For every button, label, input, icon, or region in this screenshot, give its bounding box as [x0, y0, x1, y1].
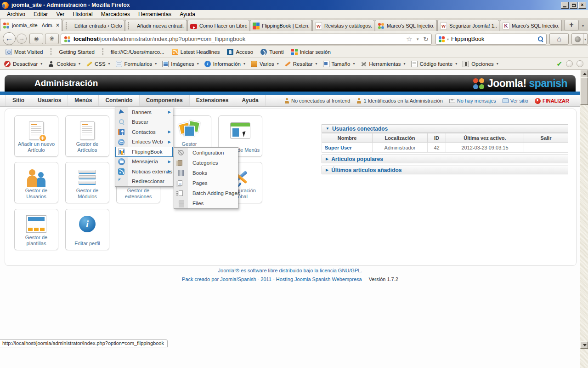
bookmark-star-icon[interactable]: ☆: [406, 35, 412, 43]
tab-anadir-entrada[interactable]: Añadir nueva entrad...: [125, 20, 187, 31]
search-engine-dropdown-icon[interactable]: ▾: [447, 37, 449, 41]
joomla-logo-icon: [473, 78, 485, 90]
quickicon-add-article[interactable]: + Añadir un nuevo Artículo: [14, 115, 58, 157]
submenu-item-categories[interactable]: Categories: [174, 158, 238, 168]
bookmark-getting-started[interactable]: Getting Started: [47, 48, 97, 56]
submenu-item-files[interactable]: Files: [174, 198, 238, 208]
bookmark-acceso[interactable]: Acceso: [224, 48, 256, 56]
footer-license-link[interactable]: Joomla!® es software libre distribuido b…: [0, 268, 580, 273]
admin-menu-componentes[interactable]: Componentes: [140, 95, 190, 106]
reload-icon[interactable]: ↻: [423, 35, 429, 43]
tab-sql-injection[interactable]: Marco's SQL Injectio...: [375, 20, 437, 31]
devbar-codigo-fuente[interactable]: Código fuente: [409, 60, 461, 68]
bookmark-iniciar-sesion[interactable]: Iniciar sesión: [288, 48, 334, 56]
scroll-up-icon[interactable]: [580, 70, 588, 77]
url-dropdown-icon[interactable]: ▼: [416, 37, 419, 41]
quickicon-module-manager[interactable]: Gestor de Módulos: [65, 162, 109, 203]
search-bar[interactable]: ▾ FlippingBook: [435, 34, 547, 45]
admin-menu-extensiones[interactable]: Extensiones: [190, 95, 236, 106]
vertical-scrollbar[interactable]: [580, 70, 588, 368]
restore-button[interactable]: [570, 2, 577, 9]
tab-revistas[interactable]: w Revistas y catálogos...: [312, 20, 374, 31]
bookmark-most-visited[interactable]: Most Visited: [3, 48, 45, 56]
menu-item-noticias-externas[interactable]: Noticias externas▶: [115, 167, 173, 177]
quickicon-article-manager[interactable]: Gestor de Artículos: [65, 115, 109, 157]
menu-marcadores[interactable]: Marcadores: [97, 11, 134, 18]
menu-item-contactos[interactable]: Contactos▶: [115, 127, 173, 137]
tab-close-icon[interactable]: ×: [56, 23, 59, 28]
menu-editar[interactable]: Editar: [29, 11, 52, 18]
menu-historial[interactable]: Historial: [68, 11, 96, 18]
firefox-icon: [2, 2, 9, 9]
admin-menu-usuarios[interactable]: Usuarios: [31, 95, 68, 106]
devbar-cookies[interactable]: Cookies: [45, 60, 84, 68]
bookmark-file-local[interactable]: file:///C:/Users/marco...: [99, 48, 167, 56]
search-icon[interactable]: [538, 36, 543, 42]
devbar-informacion[interactable]: Información: [202, 60, 249, 68]
bug-addon-dropdown-icon[interactable]: ▾: [583, 33, 588, 45]
logout-link[interactable]: FINALIZAR: [535, 98, 569, 104]
tab-segurizar[interactable]: w Segurizar Joomla! 1....: [437, 20, 499, 31]
view-site-link[interactable]: Ver sitio: [503, 98, 528, 104]
devbar-varios[interactable]: Varios: [249, 60, 282, 68]
devbar-herramientas[interactable]: Herramientas: [358, 60, 409, 68]
devbar-desactivar[interactable]: Desactivar: [2, 60, 45, 68]
menu-item-redireccionar[interactable]: Redireccionar: [115, 177, 173, 187]
panel-latest-articles[interactable]: ▶ Últimos artículos añadidos: [322, 166, 568, 174]
devbar-resaltar[interactable]: Resaltar: [282, 60, 321, 68]
panel-connected-users[interactable]: ▼ Usuarios conectados: [322, 124, 568, 133]
admin-menu-contenido[interactable]: Contenido: [99, 95, 139, 106]
scroll-down-icon[interactable]: [580, 341, 588, 349]
devbar-imagenes[interactable]: Imágenes: [160, 60, 202, 68]
panel-popular-articles[interactable]: ▶ Artículos populares: [322, 155, 568, 163]
tab-flippingbook[interactable]: FlippingBook | Exten...: [250, 20, 312, 31]
list-tabs-icon[interactable]: ▾: [580, 22, 586, 29]
forward-button[interactable]: →: [17, 34, 27, 44]
admin-menu-menus[interactable]: Menús: [68, 95, 99, 106]
user-link[interactable]: Super User: [322, 143, 373, 153]
back-button[interactable]: ←: [3, 32, 16, 45]
admin-menu-sitio[interactable]: Sitio: [6, 95, 31, 106]
home-button[interactable]: ⌂: [549, 33, 569, 45]
devbar-css[interactable]: CSS: [84, 60, 113, 68]
submenu-item-books[interactable]: Books: [174, 168, 238, 178]
devbar-opciones[interactable]: Opciones: [460, 60, 502, 68]
webdev-toolbar: Desactivar Cookies CSS Formularios Imáge…: [0, 58, 588, 70]
submenu-item-configuration[interactable]: Configuration: [174, 148, 238, 158]
scrollbar-thumb[interactable]: [580, 77, 588, 105]
devbar-tamano[interactable]: Tamaño: [321, 60, 358, 68]
menu-item-banners[interactable]: Banners▶: [115, 107, 173, 117]
menu-item-mensajeria[interactable]: Mensajería▶: [115, 157, 173, 167]
bug-addon-button[interactable]: [571, 33, 583, 45]
search-input[interactable]: FlippingBook: [451, 36, 536, 42]
new-tab-button[interactable]: +: [564, 20, 579, 30]
minimize-button[interactable]: [561, 2, 569, 9]
tab-editar-entrada[interactable]: Editar entrada ‹ Ciclo...: [62, 20, 124, 31]
menu-item-enlaces-web[interactable]: Enlaces Web▶: [115, 137, 173, 147]
menu-herramientas[interactable]: Herramientas: [134, 11, 175, 18]
admin-menu-ayuda[interactable]: Ayuda: [235, 95, 265, 106]
menu-archivo[interactable]: Archivo: [3, 11, 29, 18]
bookmark-latest-headlines[interactable]: Latest Headlines: [169, 48, 223, 56]
tab-youtube[interactable]: Como Hacer un Libro...: [187, 20, 249, 31]
submenu-item-pages[interactable]: Pages: [174, 178, 238, 188]
submenu-item-batch-adding-pages[interactable]: Batch Adding Pages: [174, 188, 238, 198]
tab-sql-injection-2[interactable]: K Marco's SQL Iniectio...: [500, 20, 562, 31]
url-text[interactable]: localhost/joomla/administrator/index.php…: [74, 36, 403, 42]
tab-joomla-site[interactable]: joomla_site - Adm... ×: [0, 19, 62, 31]
quickicon-user-manager[interactable]: Gestor de Usuarios: [14, 162, 58, 203]
close-button[interactable]: ×: [578, 2, 586, 9]
menu-ver[interactable]: Ver: [52, 11, 68, 18]
footer-pack-link[interactable]: Pack creado por Joomla!Spanish - 2011 - …: [182, 276, 362, 282]
quickicon-edit-profile[interactable]: i Editar perfil: [65, 209, 109, 250]
url-bar[interactable]: localhost/joomla/administrator/index.php…: [61, 34, 432, 45]
menu-item-buscar[interactable]: Buscar: [115, 117, 173, 127]
devbar-formularios[interactable]: Formularios: [113, 60, 160, 68]
addon-toolbar-button[interactable]: ❀: [45, 34, 59, 44]
page-zoom-button[interactable]: ◉: [29, 34, 43, 44]
quickicon-template-manager[interactable]: Gestor de plantillas: [14, 209, 58, 250]
menu-item-flippingbook[interactable]: FlippingBook: [115, 147, 173, 157]
menu-ayuda[interactable]: Ayuda: [175, 11, 199, 18]
messages-link[interactable]: No hay mensajes: [449, 98, 496, 104]
bookmark-tuenti[interactable]: Tuenti: [258, 48, 287, 56]
